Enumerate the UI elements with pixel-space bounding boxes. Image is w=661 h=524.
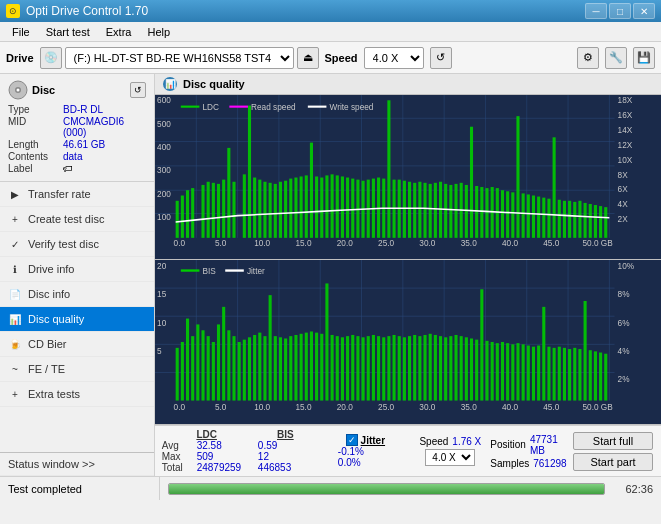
nav-transfer-rate[interactable]: ▶ Transfer rate — [0, 182, 154, 207]
disc-quality-header: 📊 Disc quality — [155, 74, 661, 95]
svg-text:300: 300 — [157, 165, 171, 175]
settings-button[interactable]: ⚙ — [577, 47, 599, 69]
svg-rect-203 — [346, 336, 349, 400]
svg-rect-88 — [403, 181, 406, 238]
eject-button[interactable]: ⏏ — [297, 47, 319, 69]
svg-text:15.0: 15.0 — [295, 401, 311, 412]
svg-text:600: 600 — [157, 95, 171, 105]
nav-cd-bier[interactable]: 🍺 CD Bier — [0, 332, 154, 357]
svg-rect-170 — [176, 348, 179, 401]
svg-rect-61 — [263, 182, 266, 238]
svg-rect-224 — [454, 335, 457, 401]
svg-text:20: 20 — [157, 261, 166, 272]
svg-rect-70 — [310, 143, 313, 238]
disc-section: Disc ↺ Type BD-R DL MID CMCMAGDI6 (000) … — [0, 74, 154, 182]
position-value: 47731 MB — [530, 434, 573, 456]
svg-rect-214 — [403, 337, 406, 400]
svg-rect-219 — [429, 334, 432, 401]
menu-help[interactable]: Help — [139, 24, 178, 40]
svg-text:LDC: LDC — [203, 102, 220, 112]
svg-rect-212 — [393, 335, 396, 401]
svg-text:Write speed: Write speed — [330, 102, 374, 112]
disc-quality-icon: 📊 — [8, 312, 22, 326]
svg-text:50.0 GB: 50.0 GB — [583, 238, 614, 248]
fe-te-icon: ~ — [8, 362, 22, 376]
svg-rect-106 — [496, 188, 499, 238]
svg-rect-208 — [372, 335, 375, 401]
svg-text:6X: 6X — [618, 184, 629, 194]
svg-rect-92 — [423, 183, 426, 238]
svg-rect-68 — [300, 176, 303, 237]
svg-text:5.0: 5.0 — [215, 238, 227, 248]
svg-rect-171 — [181, 342, 184, 401]
nav-verify-test-disc[interactable]: ✓ Verify test disc — [0, 232, 154, 257]
samples-value: 761298 — [533, 458, 566, 469]
length-value: 46.61 GB — [63, 139, 105, 150]
svg-rect-221 — [439, 336, 442, 400]
position-stats-col: Position 47731 MB Samples 761298 — [490, 434, 573, 469]
disc-title: Disc — [32, 84, 55, 96]
svg-rect-57 — [243, 174, 246, 237]
menu-start-test[interactable]: Start test — [38, 24, 98, 40]
nav-create-test-disc[interactable]: + Create test disc — [0, 207, 154, 232]
disc-quality-header-icon: 📊 — [163, 77, 177, 91]
drive-select[interactable]: (F:) HL-DT-ST BD-RE WH16NS58 TST4 — [65, 47, 294, 69]
speed-stat-dropdown[interactable]: 4.0 X — [425, 449, 475, 466]
svg-rect-193 — [294, 335, 297, 401]
disc-quality-title: Disc quality — [183, 78, 245, 90]
title-bar: ⊙ Opti Drive Control 1.70 ─ □ ✕ — [0, 0, 661, 22]
status-window-btn[interactable]: Status window >> — [0, 452, 154, 476]
disc-refresh-btn[interactable]: ↺ — [130, 82, 146, 98]
nav-fe-te[interactable]: ~ FE / TE — [0, 357, 154, 382]
drive-toolbar: Drive 💿 (F:) HL-DT-ST BD-RE WH16NS58 TST… — [0, 42, 661, 74]
start-full-button[interactable]: Start full — [573, 432, 653, 450]
svg-text:2%: 2% — [618, 373, 630, 384]
svg-rect-245 — [563, 348, 566, 401]
nav-disc-info[interactable]: 📄 Disc info — [0, 282, 154, 307]
svg-rect-128 — [181, 106, 200, 108]
status-bar: Test completed 62:36 — [0, 476, 661, 500]
svg-rect-246 — [568, 349, 571, 401]
svg-rect-50 — [201, 185, 204, 238]
svg-rect-190 — [279, 337, 282, 400]
svg-rect-204 — [351, 335, 354, 401]
nav-extra-tests[interactable]: + Extra tests — [0, 382, 154, 407]
ldc-total-value: 24879259 — [197, 462, 252, 473]
svg-rect-243 — [553, 348, 556, 401]
svg-text:35.0: 35.0 — [461, 401, 477, 412]
svg-rect-226 — [465, 337, 468, 400]
close-button[interactable]: ✕ — [633, 3, 655, 19]
speed-label: Speed — [325, 52, 358, 64]
jitter-checkbox[interactable]: ✓ — [346, 434, 358, 446]
bis-avg-value: 0.59 — [258, 440, 313, 451]
svg-text:40.0: 40.0 — [502, 401, 518, 412]
speed-select[interactable]: 4.0 X — [364, 47, 424, 69]
start-part-button[interactable]: Start part — [573, 453, 653, 471]
menu-file[interactable]: File — [4, 24, 38, 40]
svg-text:8%: 8% — [618, 289, 630, 300]
svg-rect-234 — [506, 343, 509, 400]
save-button[interactable]: 💾 — [633, 47, 655, 69]
svg-rect-73 — [325, 175, 328, 237]
chart1-svg: 600 500 400 300 200 100 18X 16X 14X 12X … — [155, 95, 661, 259]
total-label: Total — [162, 462, 197, 473]
svg-rect-66 — [289, 179, 292, 238]
svg-text:10X: 10X — [618, 155, 633, 165]
svg-rect-232 — [496, 343, 499, 400]
menu-extra[interactable]: Extra — [98, 24, 140, 40]
tools-button[interactable]: 🔧 — [605, 47, 627, 69]
svg-rect-250 — [589, 350, 592, 400]
svg-rect-249 — [584, 301, 587, 401]
drive-icon-btn[interactable]: 💿 — [40, 47, 62, 69]
svg-text:400: 400 — [157, 142, 171, 152]
minimize-button[interactable]: ─ — [585, 3, 607, 19]
svg-rect-198 — [320, 334, 323, 401]
nav-drive-info[interactable]: ℹ Drive info — [0, 257, 154, 282]
svg-rect-55 — [227, 148, 230, 238]
nav-disc-quality[interactable]: 📊 Disc quality — [0, 307, 154, 332]
refresh-button[interactable]: ↺ — [430, 47, 452, 69]
maximize-button[interactable]: □ — [609, 3, 631, 19]
svg-text:6%: 6% — [618, 317, 630, 328]
svg-rect-182 — [238, 342, 241, 401]
svg-rect-130 — [229, 106, 248, 108]
